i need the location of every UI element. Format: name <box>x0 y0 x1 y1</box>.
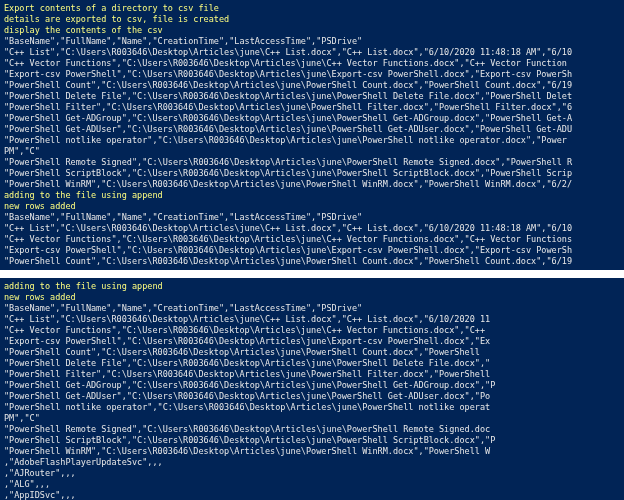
csv-row: "PowerShell Remote Signed","C:\Users\R00… <box>4 157 620 168</box>
csv-row: "PowerShell ScriptBlock","C:\Users\R0036… <box>4 435 620 446</box>
csv-row: "PowerShell notlike operator","C:\Users\… <box>4 402 620 413</box>
csv-row: "PowerShell notlike operator","C:\Users\… <box>4 135 620 146</box>
csv-row: "PowerShell Get-ADUser","C:\Users\R00364… <box>4 391 620 402</box>
status-line: Export contents of a directory to csv fi… <box>4 3 620 14</box>
csv-row: PM","C" <box>4 146 620 157</box>
csv-row: ,"AppIDSvc",,, <box>4 490 620 500</box>
csv-row: "PowerShell Count","C:\Users\R003646\Des… <box>4 80 620 91</box>
csv-row: "C++ List","C:\Users\R003646\Desktop\Art… <box>4 47 620 58</box>
csv-row: "C++ List","C:\Users\R003646\Desktop\Art… <box>4 314 620 325</box>
csv-row: "PowerShell Remote Signed","C:\Users\R00… <box>4 424 620 435</box>
csv-row: "PowerShell Delete File","C:\Users\R0036… <box>4 91 620 102</box>
csv-row: "Export-csv PowerShell","C:\Users\R00364… <box>4 69 620 80</box>
csv-row: "PowerShell WinRM","C:\Users\R003646\Des… <box>4 179 620 190</box>
panel-divider <box>0 270 624 278</box>
status-line: new rows added <box>4 292 620 303</box>
status-line: details are exported to csv, file is cre… <box>4 14 620 25</box>
csv-row: "PowerShell Count","C:\Users\R003646\Des… <box>4 347 620 358</box>
csv-row: ,"AJRouter",,, <box>4 468 620 479</box>
csv-header-row: "BaseName","FullName","Name","CreationTi… <box>4 303 620 314</box>
status-line: display the contents of the csv <box>4 25 620 36</box>
csv-row: "Export-csv PowerShell","C:\Users\R00364… <box>4 336 620 347</box>
csv-header-row: "BaseName","FullName","Name","CreationTi… <box>4 36 620 47</box>
csv-row: "PowerShell Get-ADGroup","C:\Users\R0036… <box>4 113 620 124</box>
csv-header-row: "BaseName","FullName","Name","CreationTi… <box>4 212 620 223</box>
status-line: adding to the file using append <box>4 281 620 292</box>
csv-row: "PowerShell Filter","C:\Users\R003646\De… <box>4 369 620 380</box>
csv-row: "PowerShell WinRM","C:\Users\R003646\Des… <box>4 446 620 457</box>
csv-row: ,"ALG",,, <box>4 479 620 490</box>
terminal-output-top[interactable]: Export contents of a directory to csv fi… <box>0 0 624 270</box>
csv-row: "PowerShell ScriptBlock","C:\Users\R0036… <box>4 168 620 179</box>
terminal-output-bottom[interactable]: adding to the file using append new rows… <box>0 278 624 500</box>
csv-row: "Export-csv PowerShell","C:\Users\R00364… <box>4 245 620 256</box>
status-line: new rows added <box>4 201 620 212</box>
csv-row: "PowerShell Get-ADGroup","C:\Users\R0036… <box>4 380 620 391</box>
csv-row: "C++ Vector Functions","C:\Users\R003646… <box>4 325 620 336</box>
csv-row: "PowerShell Get-ADUser","C:\Users\R00364… <box>4 124 620 135</box>
csv-row: "PowerShell Delete File","C:\Users\R0036… <box>4 358 620 369</box>
status-line: adding to the file using append <box>4 190 620 201</box>
csv-row: "PowerShell Filter","C:\Users\R003646\De… <box>4 102 620 113</box>
csv-row: "C++ Vector Functions","C:\Users\R003646… <box>4 234 620 245</box>
csv-row: ,"AdobeFlashPlayerUpdateSvc",,, <box>4 457 620 468</box>
csv-row: "C++ Vector Functions","C:\Users\R003646… <box>4 58 620 69</box>
csv-row: "PowerShell Count","C:\Users\R003646\Des… <box>4 256 620 267</box>
csv-row: PM","C" <box>4 413 620 424</box>
csv-row: "C++ List","C:\Users\R003646\Desktop\Art… <box>4 223 620 234</box>
